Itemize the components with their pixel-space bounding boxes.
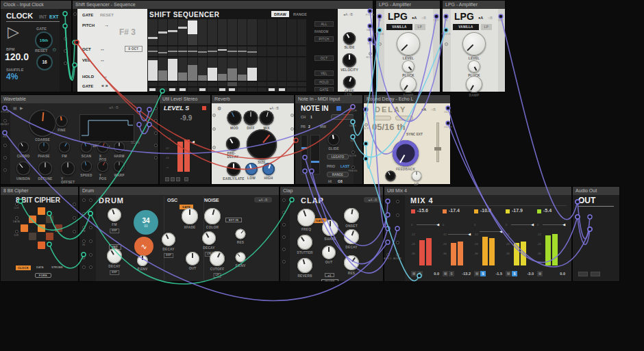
- seq-step[interactable]: [168, 47, 177, 56]
- ab-a[interactable]: ●A: [478, 16, 483, 20]
- seq-step[interactable]: [238, 57, 247, 81]
- seq-step[interactable]: [178, 19, 188, 45]
- seq-step[interactable]: [277, 57, 287, 81]
- seq-step[interactable]: [208, 82, 217, 86]
- seq-step[interactable]: [148, 19, 158, 45]
- seq-step[interactable]: [258, 57, 267, 81]
- seq-step[interactable]: [218, 82, 227, 86]
- ab-b[interactable]: ○B: [431, 107, 436, 112]
- module-header[interactable]: Util Level Stereo: [160, 95, 210, 103]
- note-in-mode-button[interactable]: [331, 114, 354, 120]
- ab-indicator[interactable]: ●A ○B: [269, 107, 279, 111]
- seq-step[interactable]: [218, 47, 227, 56]
- random-hold-button[interactable]: HOLD: [314, 79, 334, 85]
- random-pitch-button[interactable]: PITCH: [314, 36, 334, 42]
- seq-step[interactable]: [297, 47, 307, 56]
- oct-range-button[interactable]: 0 OCT: [125, 46, 143, 52]
- seq-step[interactable]: [297, 57, 307, 81]
- wavetable-icon[interactable]: ▤: [13, 106, 17, 111]
- waveform-display[interactable]: [79, 114, 134, 142]
- osc-gate-button[interactable]: GATE: [179, 205, 193, 209]
- output-option-button[interactable]: [591, 272, 600, 276]
- power-icon[interactable]: ⏻: [53, 48, 56, 53]
- range-button[interactable]: RANGE: [327, 172, 349, 177]
- module-header[interactable]: Drum: [79, 187, 279, 195]
- seq-step[interactable]: [287, 57, 297, 81]
- output-option-button[interactable]: [578, 272, 588, 276]
- feedback-slider[interactable]: [436, 122, 439, 162]
- seq-step[interactable]: [188, 82, 197, 86]
- seq-step[interactable]: [277, 47, 287, 56]
- gate-mode[interactable]: GATE: [82, 13, 93, 18]
- seq-step[interactable]: [218, 57, 227, 81]
- oct-arrow[interactable]: ↔: [100, 47, 105, 52]
- seq-step[interactable]: [208, 19, 217, 45]
- delay-time-value[interactable]: 05/16 th: [372, 122, 405, 132]
- module-header[interactable]: Round Delay - Echo L: [364, 95, 450, 103]
- seq-step[interactable]: [198, 19, 208, 45]
- reset-mode[interactable]: RESET: [100, 13, 114, 18]
- range-tab[interactable]: RANGE: [293, 12, 307, 16]
- hold-arrow[interactable]: →: [103, 74, 108, 79]
- vanilla-mode-button[interactable]: VANILLA: [386, 24, 412, 30]
- random-gate-button[interactable]: GATE: [314, 87, 334, 92]
- seq-step[interactable]: [158, 47, 168, 56]
- seq-step[interactable]: [208, 88, 217, 92]
- seq-step[interactable]: [178, 82, 188, 86]
- settings-gear-icon[interactable]: ⚙: [217, 106, 221, 112]
- seq-step[interactable]: [287, 47, 297, 56]
- seq-step[interactable]: [297, 88, 307, 92]
- ab-b[interactable]: ○B: [488, 16, 493, 20]
- seq-step[interactable]: [158, 19, 168, 45]
- seq-step[interactable]: [148, 57, 158, 81]
- seq-step[interactable]: [258, 88, 267, 92]
- seq-step[interactable]: [238, 19, 247, 45]
- seq-step[interactable]: [247, 57, 257, 81]
- vel-arrow[interactable]: ↔: [100, 57, 105, 63]
- seq-step[interactable]: [277, 82, 287, 86]
- ab-indicator[interactable]: ●A ○B: [109, 106, 119, 110]
- pressure-slider-handle[interactable]: [311, 161, 319, 163]
- seq-step[interactable]: [168, 88, 177, 92]
- seq-step[interactable]: [148, 82, 158, 86]
- seq-step[interactable]: [188, 57, 197, 81]
- seq-step[interactable]: [168, 57, 177, 81]
- seq-step[interactable]: [158, 82, 168, 86]
- vanilla-mode-button[interactable]: VANILLA: [453, 24, 479, 30]
- lp-mode-button[interactable]: LP: [414, 24, 425, 30]
- legato-button[interactable]: LEGATO: [327, 154, 349, 159]
- module-header[interactable]: Clap: [280, 187, 383, 195]
- clock-ext-toggle[interactable]: EXT: [49, 14, 59, 20]
- seq-step[interactable]: [168, 19, 177, 45]
- pitchbend-value[interactable]: 2: [308, 125, 310, 129]
- meter-option-button[interactable]: [171, 177, 175, 181]
- ab-a[interactable]: ●A: [412, 16, 417, 20]
- module-header[interactable]: Clock - Input Clock: [1, 1, 71, 9]
- seq-step[interactable]: [188, 19, 197, 45]
- clock-gate-knob[interactable]: 16th: [35, 31, 53, 49]
- seq-step[interactable]: [158, 57, 168, 81]
- clock-int-toggle[interactable]: INT: [39, 14, 47, 20]
- seq-step[interactable]: [168, 82, 177, 86]
- seq-step[interactable]: [227, 19, 237, 45]
- ab-a[interactable]: ●A: [421, 107, 426, 112]
- bpm-value[interactable]: 120.0: [5, 52, 29, 62]
- delay-mode-pill[interactable]: [395, 116, 413, 120]
- meter-option-button[interactable]: [165, 177, 169, 181]
- seq-step[interactable]: [277, 88, 287, 92]
- int-button[interactable]: INT: [109, 244, 121, 250]
- seq-step[interactable]: [218, 88, 227, 92]
- seq-step[interactable]: [178, 88, 188, 92]
- seq-step[interactable]: [198, 82, 208, 86]
- seq-step[interactable]: [178, 47, 188, 56]
- ab-indicator[interactable]: ●A ○B: [254, 197, 272, 203]
- seq-step[interactable]: [287, 19, 297, 45]
- clock-mode-button[interactable]: CLOCK: [16, 265, 31, 270]
- module-header[interactable]: 8 Bit Cipher: [1, 187, 78, 195]
- seq-step[interactable]: [258, 19, 267, 45]
- module-header[interactable]: Util Mix 4: [384, 187, 571, 195]
- pitch-display[interactable]: 34 00: [134, 210, 158, 235]
- seq-step[interactable]: [247, 19, 257, 45]
- velocity-slider[interactable]: [301, 135, 308, 174]
- ext-in-button[interactable]: EXT.IN: [225, 218, 242, 222]
